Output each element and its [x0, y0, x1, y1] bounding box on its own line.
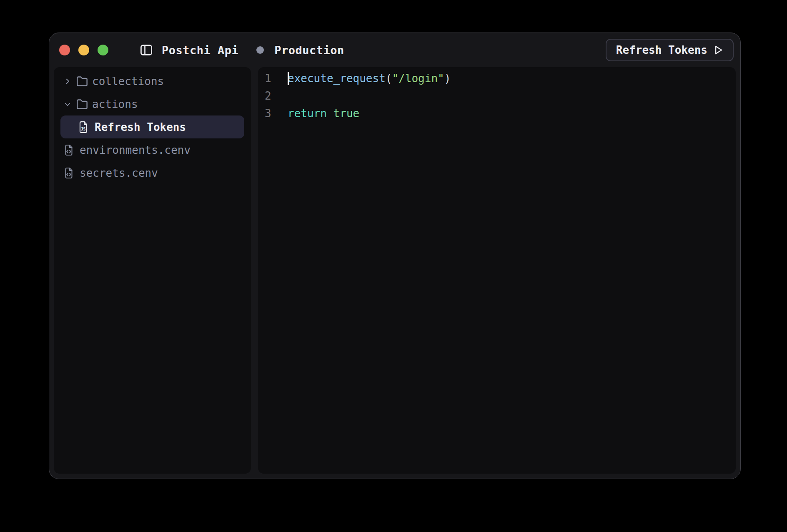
code-text: execute_request("/login") [288, 72, 451, 85]
file-code-icon [64, 167, 74, 179]
sidebar: collections actions JS [54, 67, 251, 474]
sidebar-item-label: secrets.cenv [80, 167, 158, 179]
file-code-icon [64, 144, 74, 156]
code-token-punctuation: ( [386, 72, 392, 85]
titlebar: Postchi Api Production Refresh Tokens [49, 33, 740, 67]
line-number: 1 [265, 72, 288, 85]
window-controls [59, 45, 108, 55]
folder-icon [76, 99, 88, 110]
sidebar-item-label: actions [92, 98, 138, 110]
sidebar-item-collections[interactable]: collections [60, 70, 244, 93]
code-token-string: "/login" [392, 72, 444, 85]
line-number: 2 [265, 90, 288, 102]
code-token-boolean: true [333, 107, 360, 120]
window-title: Postchi Api [162, 44, 238, 57]
environment-name: Production [274, 44, 344, 57]
sidebar-item-label: collections [92, 75, 164, 88]
environment-dot-icon [256, 46, 264, 54]
code-line: 2 [265, 87, 736, 105]
sidebar-item-secrets-cenv[interactable]: secrets.cenv [60, 161, 244, 184]
text-caret-icon [288, 72, 289, 85]
folder-icon [76, 76, 88, 87]
code-lines: 1execute_request("/login")23return true [265, 70, 736, 122]
chevron-right-icon [64, 78, 71, 85]
code-token-punctuation: ) [444, 72, 451, 85]
window-content: collections actions JS [49, 67, 740, 479]
chevron-down-icon [64, 100, 71, 108]
code-token-keyword: return [288, 107, 327, 120]
sidebar-panel-icon [140, 43, 153, 57]
line-number: 3 [265, 107, 288, 120]
run-button-label: Refresh Tokens [616, 44, 707, 56]
code-line: 1execute_request("/login") [265, 70, 736, 87]
svg-text:JS: JS [81, 127, 86, 131]
js-file-icon: JS [78, 121, 89, 133]
code-line: 3return true [265, 105, 736, 122]
code-token-function: execute_request [288, 72, 386, 85]
code-token-plain [327, 107, 333, 120]
code-text: return true [288, 107, 359, 120]
close-button[interactable] [59, 45, 70, 55]
app-window: Postchi Api Production Refresh Tokens [49, 33, 741, 479]
sidebar-item-label: Refresh Tokens [95, 121, 186, 133]
minimize-button[interactable] [78, 45, 89, 55]
sidebar-item-environments-cenv[interactable]: environments.cenv [60, 138, 244, 161]
sidebar-toggle-button[interactable] [139, 43, 153, 57]
sidebar-item-refresh-tokens[interactable]: JS Refresh Tokens [60, 115, 244, 138]
play-icon [713, 45, 723, 55]
refresh-tokens-run-button[interactable]: Refresh Tokens [606, 39, 734, 61]
code-editor[interactable]: 1execute_request("/login")23return true [258, 67, 736, 474]
zoom-button[interactable] [98, 45, 108, 55]
sidebar-item-label: environments.cenv [80, 144, 190, 156]
sidebar-item-actions[interactable]: actions [60, 93, 244, 115]
